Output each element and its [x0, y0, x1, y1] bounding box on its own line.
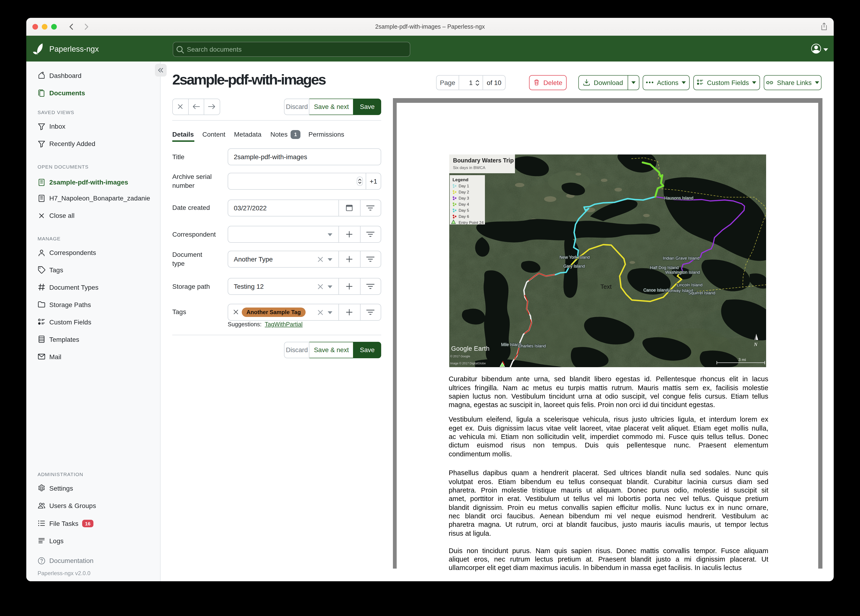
svg-text:Squirrel Island: Squirrel Island: [688, 291, 715, 295]
svg-text:Day 1: Day 1: [458, 184, 469, 188]
svg-text:Canoe Island: Canoe Island: [643, 288, 668, 292]
svg-text:3 mi: 3 mi: [738, 358, 746, 362]
svg-text:Day 5: Day 5: [458, 208, 469, 213]
svg-text:New York Island: New York Island: [559, 255, 590, 260]
svg-text:© 2017 Google: © 2017 Google: [450, 355, 470, 358]
svg-text:Charlies Island: Charlies Island: [518, 344, 546, 348]
svg-text:N: N: [753, 341, 757, 347]
svg-text:Day 6: Day 6: [458, 214, 469, 219]
svg-text:Image © 2017 DigitalGlobe: Image © 2017 DigitalGlobe: [450, 362, 485, 365]
svg-text:Washington Island: Washington Island: [665, 270, 700, 275]
svg-text:Day 2: Day 2: [458, 190, 469, 194]
svg-text:Half Dog Island: Half Dog Island: [650, 265, 679, 270]
svg-text:Gary Island: Gary Island: [563, 264, 585, 269]
svg-text:Day 3: Day 3: [458, 196, 469, 201]
svg-text:Six days in BWCA: Six days in BWCA: [453, 165, 485, 170]
svg-text:Legend: Legend: [452, 177, 468, 182]
svg-text:Hausons Island: Hausons Island: [664, 196, 693, 201]
svg-text:Entry Point 24: Entry Point 24: [458, 220, 483, 225]
svg-text:Boundary Waters Trip: Boundary Waters Trip: [453, 157, 513, 163]
svg-text:Day 4: Day 4: [458, 202, 469, 207]
svg-text:Indian Grave Island: Indian Grave Island: [662, 256, 699, 261]
svg-text:Text: Text: [600, 283, 611, 290]
svg-text:Lincoln Island: Lincoln Island: [676, 283, 702, 288]
svg-text:Google Earth: Google Earth: [451, 345, 490, 352]
